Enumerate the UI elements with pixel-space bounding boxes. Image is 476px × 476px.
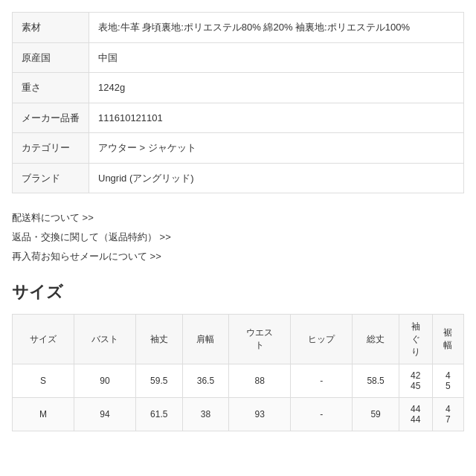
size-col-header: 裾幅 xyxy=(432,315,463,364)
size-cell: 47 xyxy=(432,398,463,431)
size-col-header: 総丈 xyxy=(353,315,399,364)
size-col-header: 袖丈 xyxy=(135,315,182,364)
info-link[interactable]: 配送料について >> xyxy=(12,208,464,228)
size-cell: 94 xyxy=(74,398,135,431)
size-cell: 59 xyxy=(353,398,399,431)
spec-value: アウター > ジャケット xyxy=(89,133,464,164)
spec-row: カテゴリーアウター > ジャケット xyxy=(13,133,464,164)
size-row: M9461.53893-59444447 xyxy=(13,398,464,431)
size-cell: 38 xyxy=(182,398,229,431)
size-cell: 4245 xyxy=(399,364,432,398)
size-cell: 88 xyxy=(229,364,291,398)
size-cell: M xyxy=(13,398,74,431)
size-cell: 4444 xyxy=(399,398,432,431)
spec-label: 素材 xyxy=(13,13,89,43)
size-cell: 61.5 xyxy=(135,398,182,431)
spec-value: 111610121101 xyxy=(89,103,464,133)
size-cell: 45 xyxy=(432,364,463,398)
spec-value: 1242g xyxy=(89,73,464,103)
spec-value: 中国 xyxy=(89,42,464,73)
size-cell: 58.5 xyxy=(353,364,399,398)
spec-label: 重さ xyxy=(13,73,89,103)
spec-label: カテゴリー xyxy=(13,133,89,164)
size-col-header: ヒップ xyxy=(291,315,353,364)
spec-row: ブランドUngrid (アングリッド) xyxy=(13,163,464,193)
spec-value: 表地:牛革 身頃裏地:ポリエステル80% 綿20% 袖裏地:ポリエステル100% xyxy=(89,13,464,43)
size-table: サイズバスト袖丈肩幅ウエストヒップ総丈袖ぐり裾幅 S9059.536.588-5… xyxy=(12,314,464,431)
size-row: S9059.536.588-58.5424545 xyxy=(13,364,464,398)
size-col-header: サイズ xyxy=(13,315,74,364)
size-col-header: ウエスト xyxy=(229,315,291,364)
specs-table: 素材表地:牛革 身頃裏地:ポリエステル80% 綿20% 袖裏地:ポリエステル10… xyxy=(12,12,464,193)
size-cell: 93 xyxy=(229,398,291,431)
info-link[interactable]: 返品・交換に関して（返品特約） >> xyxy=(12,228,464,247)
size-col-header: 袖ぐり xyxy=(399,315,432,364)
size-cell: 36.5 xyxy=(182,364,229,398)
size-heading: サイズ xyxy=(12,281,464,303)
spec-row: 原産国中国 xyxy=(13,42,464,73)
spec-row: メーカー品番111610121101 xyxy=(13,103,464,133)
size-cell: - xyxy=(291,364,353,398)
spec-label: メーカー品番 xyxy=(13,103,89,133)
size-cell: S xyxy=(13,364,74,398)
spec-value: Ungrid (アングリッド) xyxy=(89,163,464,193)
size-cell: - xyxy=(291,398,353,431)
size-col-header: 肩幅 xyxy=(182,315,229,364)
size-cell: 90 xyxy=(74,364,135,398)
size-col-header: バスト xyxy=(74,315,135,364)
size-cell: 59.5 xyxy=(135,364,182,398)
spec-row: 重さ1242g xyxy=(13,73,464,103)
info-link[interactable]: 再入荷お知らせメールについて >> xyxy=(12,247,464,266)
spec-label: ブランド xyxy=(13,163,89,193)
links-section: 配送料について >>返品・交換に関して（返品特約） >>再入荷お知らせメールにつ… xyxy=(12,208,464,266)
spec-row: 素材表地:牛革 身頃裏地:ポリエステル80% 綿20% 袖裏地:ポリエステル10… xyxy=(13,13,464,43)
spec-label: 原産国 xyxy=(13,42,89,73)
